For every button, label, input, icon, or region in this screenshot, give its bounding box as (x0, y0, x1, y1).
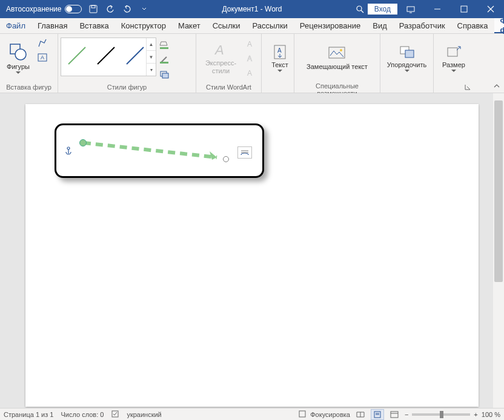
text-box-button[interactable]: A (35, 51, 50, 64)
tab-help[interactable]: Справка (451, 18, 494, 33)
shape-fill-button[interactable] (158, 39, 172, 52)
svg-rect-0 (90, 5, 97, 13)
shape-effects-button[interactable] (158, 68, 172, 81)
status-focus-label[interactable]: Фокусировка (310, 411, 350, 418)
shape-style-gallery[interactable]: ▲ ▼ ▾ (61, 38, 156, 76)
svg-line-9 (68, 47, 85, 64)
tab-home[interactable]: Главная (31, 18, 73, 33)
svg-text:A: A (277, 47, 282, 54)
style-thumb-1[interactable] (64, 41, 90, 71)
group-label-size (436, 82, 471, 93)
tab-developer[interactable]: Разработчик (393, 18, 451, 33)
collapse-ribbon-icon[interactable] (492, 82, 502, 91)
gallery-scroll: ▲ ▼ ▾ (146, 38, 156, 76)
gallery-down-icon[interactable]: ▼ (147, 51, 156, 64)
svg-rect-15 (162, 73, 168, 78)
svg-rect-25 (405, 50, 414, 57)
autosave-toggle[interactable]: Автосохранение (4, 5, 84, 13)
read-mode-icon (356, 411, 365, 418)
shape-fill-icon (159, 41, 171, 50)
group-label-arrange (383, 82, 431, 93)
web-layout-button[interactable] (388, 409, 401, 420)
arrange-button[interactable]: Упорядочить (383, 35, 430, 81)
tab-file[interactable]: Файл (0, 18, 31, 33)
shape-handle-end[interactable] (223, 156, 229, 162)
tab-view[interactable]: Вид (366, 18, 393, 33)
svg-point-27 (67, 147, 70, 149)
text-fill-button: A (244, 38, 259, 51)
style-thumb-2[interactable] (93, 41, 119, 71)
status-language[interactable]: украинский (127, 411, 161, 418)
layout-options-button[interactable] (237, 146, 252, 159)
ribbon-display-icon[interactable] (397, 0, 424, 18)
group-insert-shapes: Фигуры A Вставка фигур (0, 34, 58, 93)
selected-arrow-shape[interactable] (79, 138, 230, 162)
proofing-icon[interactable] (111, 410, 119, 419)
print-layout-icon (373, 411, 382, 418)
login-button[interactable]: Вход (368, 4, 397, 15)
close-icon[interactable] (477, 0, 504, 18)
edit-shape-button[interactable] (35, 36, 50, 50)
status-page[interactable]: Страница 1 из 1 (4, 411, 53, 418)
svg-rect-13 (160, 62, 168, 64)
dialog-launcher-icon[interactable] (464, 84, 471, 91)
toggle-off-icon (65, 5, 82, 13)
read-mode-button[interactable] (354, 409, 367, 420)
chevron-down-icon (405, 70, 409, 72)
status-word-count[interactable]: Число слов: 0 (61, 411, 104, 418)
text-effects-button: A (244, 67, 259, 80)
qat-dropdown-icon[interactable] (136, 0, 152, 18)
shape-handle-start[interactable] (79, 139, 87, 146)
tab-references[interactable]: Ссылки (207, 18, 247, 33)
tab-mailings[interactable]: Рассылки (246, 18, 293, 33)
zoom-slider[interactable] (412, 413, 470, 416)
anchor-icon (64, 146, 73, 157)
print-layout-button[interactable] (371, 409, 384, 420)
text-outline-button: A (244, 52, 259, 65)
size-label: Размер (442, 61, 465, 69)
text-fill-icon: A (246, 40, 257, 48)
scrollbar-thumb[interactable] (494, 100, 503, 282)
text-label: Текст (271, 61, 288, 69)
tab-layout[interactable]: Макет (172, 18, 207, 33)
size-button[interactable]: Размер (438, 35, 469, 81)
maximize-icon[interactable] (451, 0, 477, 18)
alt-text-button[interactable]: Замещающий текст (303, 35, 371, 81)
save-icon[interactable] (85, 0, 101, 18)
svg-text:A: A (41, 54, 44, 61)
search-icon[interactable] (352, 0, 368, 18)
gallery-up-icon[interactable]: ▲ (147, 38, 156, 51)
group-shape-styles: ▲ ▼ ▾ Стили фигур (58, 34, 196, 93)
redo-icon[interactable] (119, 0, 135, 18)
zoom-in-button[interactable]: + (474, 411, 477, 418)
tab-insert[interactable]: Вставка (73, 18, 114, 33)
tab-review[interactable]: Рецензирование (294, 18, 366, 33)
quick-styles-button: A Экспресс-стили (199, 35, 243, 81)
zoom-slider-knob[interactable] (440, 411, 443, 418)
status-bar: Страница 1 из 1 Число слов: 0 украинский… (0, 408, 504, 420)
vertical-scrollbar[interactable] (493, 93, 504, 408)
undo-icon[interactable] (102, 0, 118, 18)
style-thumb-3[interactable] (122, 41, 148, 71)
gallery-more-icon[interactable]: ▾ (147, 64, 156, 76)
tab-design[interactable]: Конструктор (115, 18, 172, 33)
minimize-icon[interactable] (424, 0, 451, 18)
svg-rect-35 (391, 412, 398, 418)
zoom-level[interactable]: 100 % (482, 411, 500, 418)
focus-mode-icon[interactable] (298, 410, 307, 419)
shape-outline-button[interactable] (158, 53, 172, 67)
svg-line-11 (127, 47, 144, 64)
text-direction-button[interactable]: A Текст (264, 35, 296, 81)
svg-rect-26 (448, 48, 457, 56)
group-arrange: Упорядочить (380, 34, 434, 93)
quick-styles-label: Экспресс-стили (202, 59, 239, 74)
svg-text:A: A (247, 40, 252, 48)
shape-effects-icon (159, 70, 171, 79)
tab-shape-format[interactable]: Формат фиг (494, 18, 504, 33)
title-bar: Автосохранение Документ1 - Word Вход (0, 0, 504, 18)
svg-rect-12 (160, 47, 168, 49)
shapes-button[interactable]: Фигуры (2, 35, 34, 81)
zoom-out-button[interactable]: − (405, 411, 408, 418)
chevron-down-icon (16, 71, 21, 74)
group-accessibility: Замещающий текст Специальные возможности (294, 34, 380, 93)
